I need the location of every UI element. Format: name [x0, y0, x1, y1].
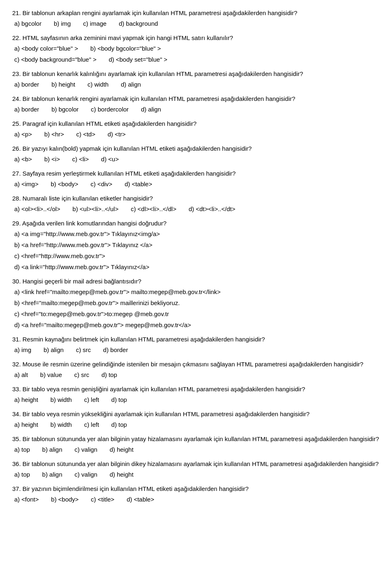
question-q23: 23. Bir tablonun kenarlık kalınlığını ay… — [12, 69, 380, 90]
answers-q28: a) <ol><li>..</ol>b) <ul><li>..</ul>c) <… — [12, 203, 380, 214]
answers-q35: a) topb) alignc) valignd) height — [12, 444, 380, 455]
question-text-q27: 27. Sayfaya resim yerleştirmek kullanıla… — [12, 169, 380, 178]
question-q25: 25. Paragraf için kullanılan HTML etiket… — [12, 119, 380, 140]
question-text-q32: 32. Mouse ile resmin üzerine gelindiğind… — [12, 359, 380, 369]
answer-item: c) bordercolor — [91, 104, 129, 115]
question-text-q36: 36. Bir tablonun sütununda yer alan bilg… — [12, 459, 380, 469]
answers-q24: a) borderb) bgcolorc) bordercolord) alig… — [12, 104, 380, 115]
answer-item: a) alt — [14, 369, 28, 380]
question-text-q28: 28. Numaralı liste için kullanılan etike… — [12, 194, 380, 203]
answer-item: c) <title> — [91, 494, 115, 505]
answers-q27: a) <img>b) <body>c) <div>d) <table> — [12, 178, 380, 190]
answers-q32: a) altb) valuec) srcd) top — [12, 369, 380, 380]
answers-q22: a) <body color="blue" >b) <body bgcolor=… — [12, 43, 380, 65]
answers-q37: a) <font>b) <body>c) <title>d) <table> — [12, 494, 380, 505]
question-text-q22: 22. HTML sayfasının arka zeminini mavi y… — [12, 33, 380, 43]
question-q37: 37. Bir yazının biçimlendirilmesi için k… — [12, 484, 380, 505]
question-q32: 32. Mouse ile resmin üzerine gelindiğind… — [12, 359, 380, 380]
answer-row: a) <img>b) <body>c) <div>d) <table> — [14, 178, 380, 190]
question-text-q30: 30. Hangisi geçerli bir mail adresi bağl… — [12, 277, 380, 286]
answer-item: d) align — [121, 79, 141, 90]
question-text-q26: 26. Bir yazıyı kalın(bold) yapmak için k… — [12, 144, 380, 154]
main-content: 21. Bir tablonun arkaplan rengini ayarla… — [12, 8, 380, 505]
answer-item: c) left — [84, 394, 99, 405]
question-q33: 33. Bir tablo veya resmin genişliğini ay… — [12, 384, 380, 405]
answer-item: c) <body background="blue" > — [14, 54, 96, 65]
answer-row: a) imgb) alignc) srcd) border — [14, 344, 380, 355]
answer-item: d) border — [103, 344, 128, 355]
answer-item: c) <td> — [76, 129, 96, 140]
answer-item: a) border — [14, 79, 39, 90]
answer-item: c) <href="to:megep@meb.gov.tr">to:megep … — [14, 308, 380, 319]
answer-item: a) <ol><li>..</ol> — [14, 203, 60, 214]
answer-item: b) <body> — [51, 494, 79, 505]
answer-item: d) background — [119, 18, 158, 29]
answer-item: a) top — [14, 469, 30, 480]
answers-q36: a) topb) alignc) valignd) height — [12, 469, 380, 480]
answer-item: b) <a href="http://www.meb.gov.tr"> Tıkl… — [14, 239, 380, 250]
question-q35: 35. Bir tablonun sütununda yer alan bilg… — [12, 434, 380, 455]
answer-item: b) <body bgcolor="blue" > — [90, 43, 161, 54]
question-text-q29: 29. Aşağıda verilen link komutlarından h… — [12, 219, 380, 228]
answer-item: d) <u> — [101, 154, 119, 165]
answer-item: d) <table> — [127, 494, 154, 505]
answer-item: c) <li> — [72, 154, 89, 165]
answers-q23: a) borderb) heightc) widthd) align — [12, 79, 380, 90]
answer-item: a) <b> — [14, 154, 32, 165]
answer-item: b) bgcolor — [51, 104, 79, 115]
answer-row: a) <ol><li>..</ol>b) <ul><li>..</ul>c) <… — [14, 203, 380, 214]
answer-item: a) height — [14, 419, 38, 430]
question-text-q23: 23. Bir tablonun kenarlık kalınlığını ay… — [12, 69, 380, 79]
answer-row: a) borderb) bgcolorc) bordercolord) alig… — [14, 104, 380, 115]
answer-item: c) <dl><li>..</dl> — [131, 203, 176, 214]
question-q36: 36. Bir tablonun sütununda yer alan bilg… — [12, 459, 380, 480]
question-q30: 30. Hangisi geçerli bir mail adresi bağl… — [12, 277, 380, 330]
answer-row: a) topb) alignc) valignd) height — [14, 469, 380, 480]
answer-item: b) height — [51, 79, 75, 90]
question-q31: 31. Resmin kaynağını belirtmek için kull… — [12, 334, 380, 355]
answer-item: b) img — [54, 18, 71, 29]
answer-item: a) <font> — [14, 494, 39, 505]
answer-item: c) valign — [75, 444, 98, 455]
answer-item: a) <p> — [14, 129, 32, 140]
answer-item: b) <body> — [51, 178, 78, 190]
answer-item: c) width — [87, 79, 109, 90]
answer-item: d) top — [111, 394, 127, 405]
answer-row: a) <p>b) <hr>c) <td>d) <tr> — [14, 129, 380, 140]
answer-item: c) valign — [75, 469, 98, 480]
answer-item: d) <dt><li>..</dt> — [189, 203, 235, 214]
answer-row: a) <font>b) <body>c) <title>d) <table> — [14, 494, 380, 505]
answer-row: a) topb) alignc) valignd) height — [14, 444, 380, 455]
question-text-q25: 25. Paragraf için kullanılan HTML etiket… — [12, 119, 380, 129]
answer-item: d) <table> — [125, 178, 152, 190]
answer-item: a) bgcolor — [14, 18, 42, 29]
question-text-q24: 24. Bir tablonun kenarlık rengini ayarla… — [12, 94, 380, 104]
answers-q34: a) heightb) widthc) leftd) top — [12, 419, 380, 430]
answers-q30: a) <link href="mailto:megep@meb.gov.tr">… — [12, 286, 380, 330]
answer-item: c) <href="http://www.meb.gov.tr"> — [14, 250, 380, 261]
answer-item: b) <ul><li>..</ul> — [73, 203, 119, 214]
answer-item: b) width — [50, 419, 72, 430]
answers-q21: a) bgcolorb) imgc) imaged) background — [12, 18, 380, 29]
question-q21: 21. Bir tablonun arkaplan rengini ayarla… — [12, 8, 380, 29]
answer-item: d) height — [109, 444, 133, 455]
answer-item: d) <a href="mailto:megep@meb.gov.tr"> me… — [14, 319, 380, 330]
answer-row: a) borderb) heightc) widthd) align — [14, 79, 380, 90]
answer-item: a) border — [14, 104, 39, 115]
answer-item: b) align — [44, 344, 64, 355]
answer-item: c) left — [84, 419, 99, 430]
answer-row: a) bgcolorb) imgc) imaged) background — [14, 18, 380, 29]
question-text-q33: 33. Bir tablo veya resmin genişliğini ay… — [12, 384, 380, 394]
question-text-q21: 21. Bir tablonun arkaplan rengini ayarla… — [12, 8, 380, 18]
question-text-q34: 34. Bir tablo veya resmin yüksekliğini a… — [12, 409, 380, 419]
question-q34: 34. Bir tablo veya resmin yüksekliğini a… — [12, 409, 380, 430]
answer-item: b) value — [40, 369, 62, 380]
answer-item: a) <img> — [14, 178, 38, 190]
question-q26: 26. Bir yazıyı kalın(bold) yapmak için k… — [12, 144, 380, 165]
answer-item: b) <i> — [44, 154, 60, 165]
answer-row: c) <body background="blue" >d) <body set… — [14, 54, 380, 65]
answer-item: d) top — [101, 369, 117, 380]
question-q24: 24. Bir tablonun kenarlık rengini ayarla… — [12, 94, 380, 115]
answer-item: b) width — [50, 394, 72, 405]
answer-item: d) <a link="http://www.meb.gov.tr"> Tıkl… — [14, 261, 380, 272]
